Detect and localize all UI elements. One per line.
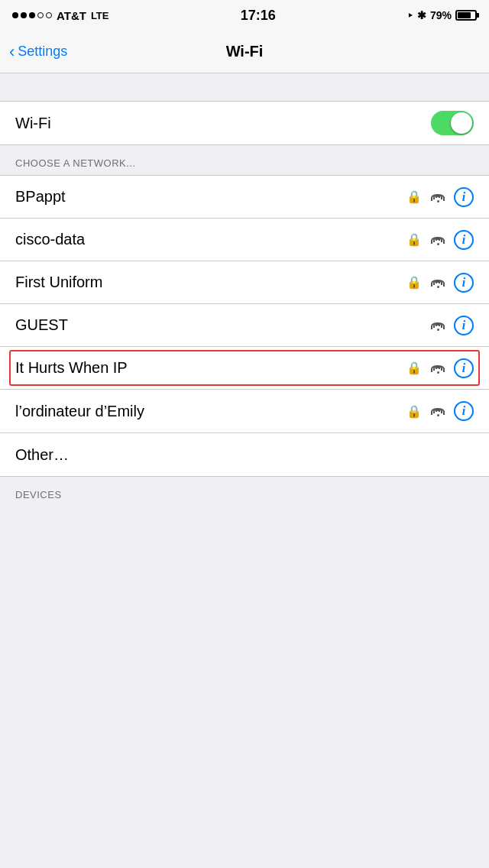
network-icons-ordinateur: 🔒 i xyxy=(406,401,474,421)
nav-bar: ‹ Settings Wi-Fi xyxy=(0,31,489,73)
status-bar: AT&T LTE 17:16 ‣ ✱ 79% xyxy=(0,0,489,31)
network-icons-bpappt: 🔒 i xyxy=(406,187,474,207)
wifi-toggle-row: Wi-Fi xyxy=(0,102,489,144)
page-title: Wi-Fi xyxy=(226,43,264,60)
signal-dot-4 xyxy=(37,12,44,18)
wifi-toggle-section: Wi-Fi xyxy=(0,101,489,145)
bottom-gap xyxy=(0,507,489,583)
network-row-cisco-data[interactable]: cisco-data 🔒 i xyxy=(0,219,489,261)
network-icons-cisco-data: 🔒 i xyxy=(406,230,474,250)
lock-icon-ordinateur: 🔒 xyxy=(406,404,422,419)
network-list: BPappt 🔒 i cisco-data 🔒 i xyxy=(0,175,489,433)
network-row-guest[interactable]: GUEST i xyxy=(0,304,489,347)
choose-network-header: Choose a Network... xyxy=(0,145,489,175)
network-icons-first-uniform: 🔒 i xyxy=(406,273,474,293)
info-btn-ordinateur[interactable]: i xyxy=(454,401,474,421)
network-icons-it-hurts: 🔒 i xyxy=(406,358,474,378)
other-section: Other… xyxy=(0,433,489,477)
network-name-bpappt: BPappt xyxy=(15,188,406,206)
battery-percent: 79% xyxy=(430,9,452,21)
network-name-cisco-data: cisco-data xyxy=(15,231,406,248)
info-btn-guest[interactable]: i xyxy=(454,316,474,335)
bluetooth-icon: ✱ xyxy=(417,9,426,21)
status-time: 17:16 xyxy=(241,8,276,24)
back-label: Settings xyxy=(18,44,67,60)
wifi-toggle[interactable] xyxy=(431,111,474,135)
network-row-bpappt[interactable]: BPappt 🔒 i xyxy=(0,176,489,219)
network-name-ordinateur: l’ordinateur d’Emily xyxy=(15,403,406,420)
lock-icon-bpappt: 🔒 xyxy=(406,189,422,204)
wifi-label: Wi-Fi xyxy=(15,115,51,132)
network-name-first-uniform: First Uniform xyxy=(15,274,406,291)
carrier-name: AT&T xyxy=(57,9,86,22)
other-label: Other… xyxy=(15,446,69,464)
network-name-guest: GUEST xyxy=(15,316,429,334)
battery-fill xyxy=(458,12,471,18)
status-left: AT&T LTE xyxy=(12,9,108,22)
network-row-it-hurts[interactable]: It Hurts When IP 🔒 i xyxy=(0,347,489,390)
location-icon: ‣ xyxy=(407,10,413,21)
lock-icon-it-hurts: 🔒 xyxy=(406,361,422,375)
network-type: LTE xyxy=(91,10,109,21)
toggle-thumb xyxy=(451,112,472,134)
network-name-it-hurts: It Hurts When IP xyxy=(15,359,406,377)
devices-header: Devices xyxy=(0,477,489,507)
wifi-signal-guest xyxy=(429,319,446,332)
wifi-signal-bpappt xyxy=(429,190,446,204)
signal-dot-3 xyxy=(29,12,35,18)
lock-icon-first-uniform: 🔒 xyxy=(406,275,422,290)
wifi-signal-first-uniform xyxy=(429,276,446,290)
back-button[interactable]: ‹ Settings xyxy=(9,44,67,60)
info-btn-bpappt[interactable]: i xyxy=(454,187,474,207)
network-row-ordinateur[interactable]: l’ordinateur d’Emily 🔒 i xyxy=(0,390,489,432)
info-btn-first-uniform[interactable]: i xyxy=(454,273,474,293)
info-btn-cisco-data[interactable]: i xyxy=(454,230,474,250)
wifi-signal-cisco-data xyxy=(429,233,446,247)
back-chevron-icon: ‹ xyxy=(9,44,15,60)
signal-dot-2 xyxy=(21,12,27,18)
battery-icon xyxy=(455,10,477,21)
wifi-signal-it-hurts xyxy=(429,361,446,375)
signal-dot-1 xyxy=(12,12,18,18)
signal-dot-5 xyxy=(46,12,52,18)
other-row[interactable]: Other… xyxy=(0,433,489,476)
network-row-first-uniform[interactable]: First Uniform 🔒 i xyxy=(0,261,489,304)
signal-dots xyxy=(12,12,52,18)
status-right: ‣ ✱ 79% xyxy=(407,9,477,21)
top-gap xyxy=(0,73,489,101)
info-btn-it-hurts[interactable]: i xyxy=(454,358,474,378)
network-icons-guest: i xyxy=(429,316,474,335)
lock-icon-cisco-data: 🔒 xyxy=(406,232,422,247)
wifi-signal-ordinateur xyxy=(429,404,446,418)
